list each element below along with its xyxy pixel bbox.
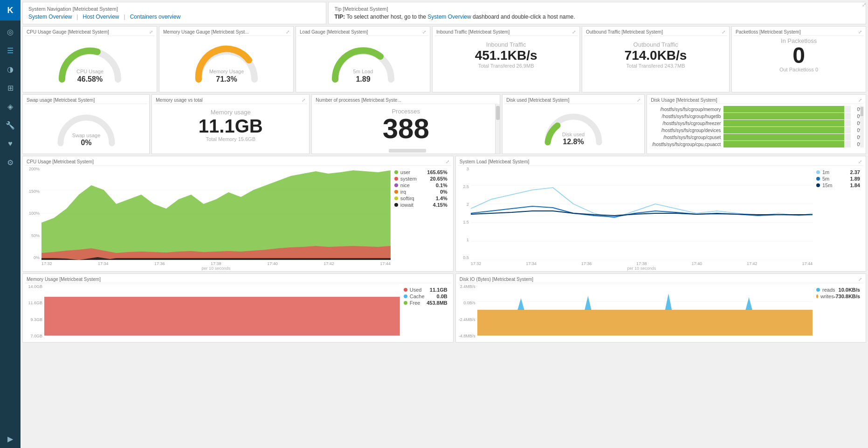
sidebar-item-visualize[interactable]: ◑	[0, 60, 21, 78]
legend-label-15m: 15m	[822, 182, 850, 188]
disk-bars-container: /hostfs/sys/fs/cgroup/memory 0% /hostfs/…	[649, 106, 864, 147]
cpu-chart-panel: CPU Usage [Metricbeat System] ⤢ 200% 150…	[22, 156, 454, 272]
disk-io-legend: reads 10.0KB/s writes -730.8KB/s	[813, 284, 864, 340]
disk-io-content: 2.4MB/s 0.0B/s -2.4MB/s -4.8MB/s	[458, 284, 864, 340]
memory-vs-total-title: Memory usage vs total ⤢	[154, 97, 307, 104]
cpu-legend: user 165.65% system 20.65% nice 0.1%	[391, 167, 451, 269]
tip-expand[interactable]: ⤢	[862, 2, 866, 8]
scrollbar[interactable]	[495, 104, 500, 154]
disk-scrollbar[interactable]	[860, 106, 864, 147]
disk-bars: /hostfs/sys/fs/cgroup/memory 0% /hostfs/…	[649, 106, 864, 147]
disk-used-expand[interactable]: ⤢	[637, 98, 641, 103]
scroll-bar[interactable]	[389, 149, 426, 153]
svg-text:71.3%: 71.3%	[216, 75, 237, 83]
legend-value-iowait: 4.15%	[433, 202, 448, 208]
svg-rect-31	[477, 310, 813, 336]
legend-item-15m: 15m 1.84	[816, 182, 860, 188]
nav-row: System Navigation [Metricbeat System] Sy…	[22, 2, 866, 24]
system-load-content: 3 2.5 2 1.5 1 0.5	[458, 167, 864, 269]
inbound-value: 451.1KB/s	[475, 48, 537, 63]
legend-item-system: system 20.65%	[394, 176, 448, 182]
inbound-label: Inbound Traffic	[486, 41, 526, 48]
mem-chart-svg	[44, 284, 400, 336]
nav-link-system-overview[interactable]: System Overview	[28, 14, 72, 20]
load-gauge-title: Load Gauge [Metricbeat System] ⤢	[298, 28, 428, 36]
sidebar-item-security[interactable]: ◈	[0, 97, 21, 116]
legend-label-used: Used	[410, 287, 430, 293]
disk-bar-row: /hostfs/sys/fs/cgroup/devices 0%	[649, 127, 864, 133]
memory-gauge-expand[interactable]: ⤢	[286, 29, 289, 35]
kibana-logo[interactable]: K	[0, 0, 21, 21]
svg-text:5m Load: 5m Load	[353, 69, 373, 74]
svg-rect-25	[44, 297, 400, 336]
disk-bar-fill	[723, 113, 844, 119]
nav-link-host-overview[interactable]: Host Overview	[83, 14, 119, 20]
legend-item-iowait: iowait 4.15%	[394, 202, 448, 208]
sidebar-item-management[interactable]: ⚙	[0, 153, 21, 172]
system-load-expand[interactable]: ⤢	[858, 159, 862, 164]
legend-value-15m: 1.84	[850, 182, 860, 188]
disk-scrollbar-thumb[interactable]	[861, 107, 863, 116]
sidebar-item-overview[interactable]: ◎	[0, 22, 21, 41]
disk-usage-expand[interactable]: ⤢	[858, 98, 862, 103]
legend-value-irq: 0%	[440, 189, 448, 195]
disk-bar-bg	[723, 134, 851, 140]
outbound-expand[interactable]: ⤢	[722, 29, 725, 35]
inbound-traffic-title: Inbound Traffic [Metricbeat System] ⤢	[434, 28, 578, 36]
disk-io-y-axis: 2.4MB/s 0.0B/s -2.4MB/s -4.8MB/s	[458, 284, 477, 340]
memory-chart-panel: Memory Usage [Metricbeat System] 14.0GB …	[22, 273, 454, 343]
cpu-gauge-expand[interactable]: ⤢	[149, 29, 153, 35]
outbound-value: 714.0KB/s	[625, 48, 687, 63]
svg-text:12.8%: 12.8%	[563, 138, 584, 146]
sidebar-item-monitoring[interactable]: ♥	[0, 134, 21, 153]
sidebar-item-timelion[interactable]: ⊞	[0, 78, 21, 97]
legend-label-nice: nice	[400, 182, 436, 188]
sidebar-item-bottom[interactable]: ▶	[0, 429, 21, 448]
disk-usage-panel: Disk Usage [Metricbeat System] ⤢ /hostfs…	[647, 94, 866, 154]
row3: CPU Usage [Metricbeat System] ⤢ 200% 150…	[22, 156, 866, 272]
legend-value-softirq: 1.4%	[436, 196, 448, 201]
disk-io-svg	[477, 284, 813, 336]
disk-bar-fill	[723, 106, 844, 112]
legend-dot-1m	[816, 170, 820, 174]
sidebar-item-dashboard[interactable]: ☰	[0, 41, 21, 60]
outbound-sub: Total Transfered 243.7MB	[627, 63, 685, 69]
memory-gauge-container: Memory Usage 71.3%	[161, 36, 291, 90]
legend-dot-iowait	[394, 203, 398, 207]
disk-bar-row: /hostfs/sys/fs/cgroup/cpuset 0%	[649, 134, 864, 140]
inbound-traffic-panel: Inbound Traffic [Metricbeat System] ⤢ In…	[432, 26, 580, 92]
legend-dot-writes	[816, 294, 818, 298]
legend-value-user: 165.65%	[427, 169, 447, 175]
legend-item-free: Free 453.8MB	[404, 300, 448, 306]
sidebar: K ◎ ☰ ◑ ⊞ ◈ 🔧 ♥ ⚙ ▶	[0, 0, 21, 448]
scrollbar-thumb[interactable]	[496, 106, 500, 120]
disk-bar-row: /hostfs/sys/fs/cgroup/memory 0%	[649, 106, 864, 112]
disk-io-expand[interactable]: ⤢	[858, 277, 862, 282]
disk-usage-title: Disk Usage [Metricbeat System] ⤢	[649, 97, 864, 104]
cpu-chart-expand[interactable]: ⤢	[446, 159, 449, 164]
legend-label-writes: writes	[820, 294, 834, 299]
svg-text:CPU Usage: CPU Usage	[76, 69, 103, 74]
inbound-expand[interactable]: ⤢	[572, 29, 576, 35]
disk-bar-label: /hostfs/sys/fs/cgroup/devices	[649, 128, 723, 133]
memory-vs-total-panel: Memory usage vs total ⤢ Memory usage 11.…	[152, 94, 310, 154]
disk-bar-row: /hostfs/sys/fs/cgroup/freezer 0%	[649, 120, 864, 126]
cpu-chart-content: 200% 150% 100% 50% 0%	[25, 167, 451, 269]
system-load-panel: System Load [Metricbeat System] ⤢ 3 2.5 …	[455, 156, 866, 272]
legend-item-writes: writes -730.8KB/s	[816, 294, 860, 299]
legend-label-free: Free	[410, 300, 427, 306]
load-gauge-expand[interactable]: ⤢	[422, 29, 426, 35]
nav-link-containers[interactable]: Containers overview	[130, 14, 181, 20]
legend-dot-cache	[404, 294, 407, 298]
legend-item-softirq: softirq 1.4%	[394, 196, 448, 201]
tip-link[interactable]: System Overview	[427, 14, 471, 20]
memory-chart-content: 14.0GB 11.6GB 9.3GB 7.0GB	[25, 284, 451, 340]
packetloss-content: In Packetloss 0 Out Packetloss 0	[734, 36, 864, 73]
sidebar-item-tools[interactable]: 🔧	[0, 116, 21, 134]
mem-vs-total-expand[interactable]: ⤢	[302, 98, 305, 103]
packetloss-expand[interactable]: ⤢	[858, 29, 862, 35]
legend-dot-user	[394, 170, 398, 174]
legend-dot-used	[404, 288, 407, 292]
cpu-chart-title: CPU Usage [Metricbeat System] ⤢	[25, 158, 451, 166]
legend-label-softirq: softirq	[400, 196, 436, 201]
